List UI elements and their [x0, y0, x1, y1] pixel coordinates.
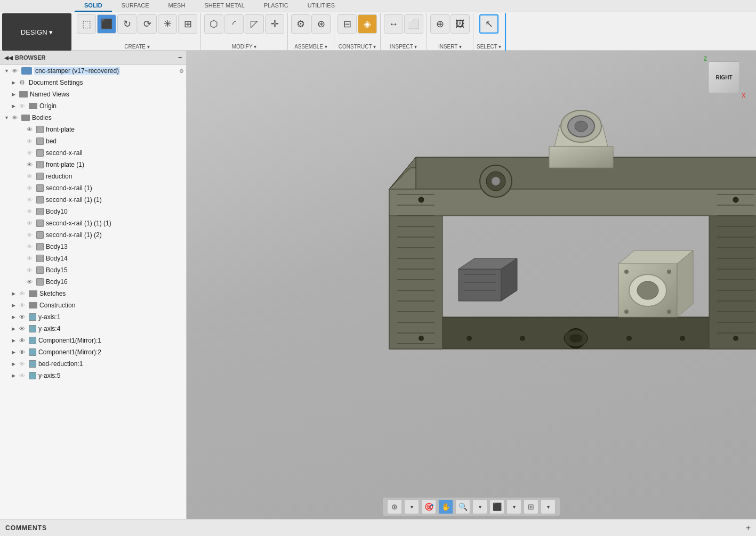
tree-item-comp1-mirror-1[interactable]: ▶ 👁 Component1(Mirror):1	[0, 335, 186, 346]
tree-item-y-axis-4[interactable]: ▶ 👁 y-axis:4	[0, 323, 186, 335]
construction-eye-icon[interactable]: 👁	[19, 302, 29, 308]
cm2-eye-icon[interactable]: 👁	[19, 349, 29, 355]
grid-button[interactable]: ⊞	[524, 499, 538, 514]
ya1-eye-icon[interactable]: 👁	[19, 314, 29, 320]
tree-item-origin[interactable]: ▶ 👁 Origin	[0, 100, 186, 112]
grid-drop-button[interactable]: ▾	[541, 499, 556, 514]
front-plate-eye-icon[interactable]: 👁	[27, 126, 36, 133]
b13-eye-icon[interactable]: 👁	[27, 243, 36, 250]
insert-label[interactable]: INSERT ▾	[438, 44, 462, 50]
sxr111-eye-icon[interactable]: 👁	[27, 220, 36, 226]
b16-eye-icon[interactable]: 👁	[27, 279, 36, 285]
red-eye-icon[interactable]: 👁	[27, 173, 36, 180]
measure-icon[interactable]: ↔	[384, 14, 403, 34]
b14-eye-icon[interactable]: 👁	[27, 255, 36, 262]
sxr1-eye-icon[interactable]: 👁	[27, 185, 36, 191]
insert-derive-icon[interactable]: ⊕	[430, 14, 449, 34]
tree-item-sxr11[interactable]: ▶ 👁 second-x-rail (1) (1)	[0, 194, 186, 206]
pan-button[interactable]: ✋	[438, 499, 453, 514]
modify-label[interactable]: MODIFY ▾	[232, 44, 256, 50]
tree-item-second-x-rail[interactable]: ▶ 👁 second-x-rail	[0, 147, 186, 159]
ya5-eye-icon[interactable]: 👁	[19, 372, 29, 379]
tree-item-construction[interactable]: ▶ 👁 Construction	[0, 299, 186, 311]
offset-plane-icon[interactable]: ⊟	[337, 14, 357, 34]
move-icon[interactable]: ✛	[265, 14, 284, 34]
display-button[interactable]: ⬛	[489, 499, 504, 514]
extrude-icon[interactable]: ⬛	[97, 14, 116, 34]
fillet-icon[interactable]: ◜	[224, 14, 244, 34]
tree-item-front-plate-1[interactable]: ▶ 👁 front-plate (1)	[0, 159, 186, 170]
tree-item-body13[interactable]: ▶ 👁 Body13	[0, 241, 186, 253]
ya4-eye-icon[interactable]: 👁	[19, 326, 29, 332]
zoom-drop-button[interactable]: ▾	[472, 499, 487, 514]
press-pull-icon[interactable]: ⬡	[204, 14, 223, 34]
pan-drop-button[interactable]: ▾	[404, 499, 419, 514]
tree-item-body15[interactable]: ▶ 👁 Body15	[0, 264, 186, 276]
sweep-icon[interactable]: ⟳	[138, 14, 157, 34]
tree-item-root[interactable]: ▼ 👁 cnc-stamper (v17~recovered) ⚙	[0, 65, 186, 77]
orbit-button[interactable]: ⊕	[387, 499, 402, 514]
pattern-icon[interactable]: ✳	[158, 14, 177, 34]
tree-item-sxr111[interactable]: ▶ 👁 second-x-rail (1) (1) (1)	[0, 217, 186, 229]
tree-item-front-plate[interactable]: ▶ 👁 front-plate	[0, 124, 186, 135]
tree-item-comp1-mirror-2[interactable]: ▶ 👁 Component1(Mirror):2	[0, 346, 186, 358]
construct-label[interactable]: CONSTRUCT ▾	[339, 44, 376, 50]
viewport[interactable]: Z RIGHT X	[187, 51, 756, 519]
br1-eye-icon[interactable]: 👁	[19, 361, 29, 367]
revolve-icon[interactable]: ↻	[117, 14, 136, 34]
root-settings-icon[interactable]: ⚙	[179, 68, 184, 74]
tab-solid[interactable]: SOLID	[75, 0, 112, 12]
tree-item-named-views[interactable]: ▶ Named Views	[0, 88, 186, 100]
fp1-eye-icon[interactable]: 👁	[27, 161, 36, 168]
tree-item-bed[interactable]: ▶ 👁 bed	[0, 135, 186, 147]
insert-mesh-icon[interactable]: 🖼	[451, 14, 470, 34]
assemble-label[interactable]: ASSEMBLE ▾	[294, 44, 327, 50]
tree-item-body16[interactable]: ▶ 👁 Body16	[0, 276, 186, 288]
origin-eye-icon[interactable]: 👁	[19, 103, 29, 109]
chamfer-icon[interactable]: ◸	[245, 14, 264, 34]
tree-item-bodies[interactable]: ▼ 👁 Bodies	[0, 112, 186, 124]
cm1-eye-icon[interactable]: 👁	[19, 337, 29, 344]
tab-utilities[interactable]: UTILITIES	[298, 0, 344, 12]
design-button[interactable]: DESIGN ▾	[2, 13, 71, 51]
sketches-eye-icon[interactable]: 👁	[19, 290, 29, 297]
tree-item-y-axis-5[interactable]: ▶ 👁 y-axis:5	[0, 370, 186, 381]
select-icon[interactable]: ↖	[479, 14, 498, 34]
tree-item-doc-settings[interactable]: ▶ ⚙ Document Settings	[0, 77, 186, 88]
tree-item-y-axis-1[interactable]: ▶ 👁 y-axis:1	[0, 311, 186, 323]
comments-add-icon[interactable]: +	[746, 523, 751, 533]
display-drop-button[interactable]: ▾	[506, 499, 521, 514]
new-component-icon[interactable]: ⬚	[77, 14, 96, 34]
tab-mesh[interactable]: MESH	[159, 0, 195, 12]
joint-origin-icon[interactable]: ⊛	[311, 14, 331, 34]
inspect-label[interactable]: INSPECT ▾	[390, 44, 417, 50]
sxr12-eye-icon[interactable]: 👁	[27, 232, 36, 238]
tree-item-sketches[interactable]: ▶ 👁 Sketches	[0, 288, 186, 299]
tree-item-sxr12[interactable]: ▶ 👁 second-x-rail (1) (2)	[0, 229, 186, 241]
tab-plastic[interactable]: PLASTIC	[254, 0, 298, 12]
mirror-icon[interactable]: ⊞	[178, 14, 197, 34]
zoom-button[interactable]: 🔍	[455, 499, 470, 514]
browser-collapse-icon[interactable]: ◀◀	[4, 55, 13, 61]
look-at-button[interactable]: 🎯	[421, 499, 436, 514]
tree-item-sxr1[interactable]: ▶ 👁 second-x-rail (1)	[0, 182, 186, 194]
b10-eye-icon[interactable]: 👁	[27, 208, 36, 215]
root-eye-icon[interactable]: 👁	[12, 68, 21, 74]
tree-item-bed-reduction-1[interactable]: ▶ 👁 bed-reduction:1	[0, 358, 186, 370]
tree-item-reduction[interactable]: ▶ 👁 reduction	[0, 170, 186, 182]
bodies-eye-icon[interactable]: 👁	[12, 115, 21, 121]
create-label[interactable]: CREATE ▾	[124, 44, 150, 50]
select-label[interactable]: SELECT ▾	[477, 44, 502, 50]
joint-icon[interactable]: ⚙	[291, 14, 310, 34]
tree-item-body14[interactable]: ▶ 👁 Body14	[0, 253, 186, 264]
tab-surface[interactable]: SURFACE	[112, 0, 159, 12]
sxr-eye-icon[interactable]: 👁	[27, 150, 36, 156]
sxr11-eye-icon[interactable]: 👁	[27, 197, 36, 203]
b15-eye-icon[interactable]: 👁	[27, 267, 36, 273]
bed-eye-icon[interactable]: 👁	[27, 138, 36, 144]
tab-sheet-metal[interactable]: SHEET METAL	[195, 0, 254, 12]
midplane-icon[interactable]: ◈	[358, 14, 377, 34]
browser-minus-icon[interactable]: −	[178, 54, 182, 61]
section-analysis-icon[interactable]: ⬜	[404, 14, 423, 34]
tree-item-body10[interactable]: ▶ 👁 Body10	[0, 206, 186, 217]
